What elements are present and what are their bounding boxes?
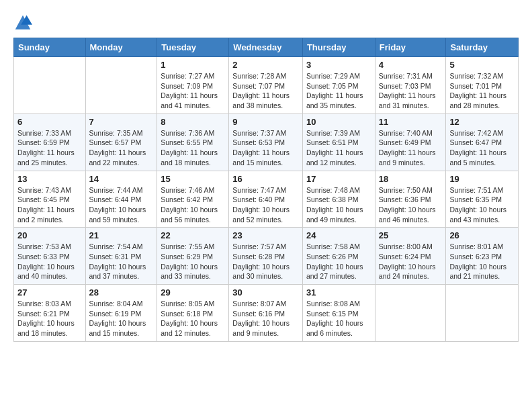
calendar-cell (14, 57, 86, 114)
day-number: 25 (379, 230, 443, 240)
calendar-cell: 20Sunrise: 7:53 AMSunset: 6:33 PMDayligh… (14, 228, 86, 285)
cell-info: Sunrise: 7:58 AMSunset: 6:26 PMDaylight:… (306, 242, 371, 281)
calendar-cell: 12Sunrise: 7:42 AMSunset: 6:47 PMDayligh… (446, 113, 519, 171)
day-number: 21 (89, 230, 154, 240)
cell-info: Sunrise: 7:36 AMSunset: 6:55 PMDaylight:… (161, 128, 225, 168)
day-number: 13 (17, 174, 82, 184)
logo (13, 13, 35, 32)
cell-info: Sunrise: 7:57 AMSunset: 6:28 PMDaylight:… (232, 242, 299, 281)
calendar-cell: 30Sunrise: 8:07 AMSunset: 6:16 PMDayligh… (229, 285, 303, 342)
cell-info: Sunrise: 7:47 AMSunset: 6:40 PMDaylight:… (232, 185, 299, 225)
day-number: 17 (306, 174, 371, 184)
cell-info: Sunrise: 7:46 AMSunset: 6:42 PMDaylight:… (161, 185, 225, 225)
calendar-cell: 13Sunrise: 7:43 AMSunset: 6:45 PMDayligh… (14, 171, 86, 228)
calendar-cell: 22Sunrise: 7:55 AMSunset: 6:29 PMDayligh… (157, 228, 229, 285)
day-number: 22 (161, 230, 225, 240)
calendar-cell: 29Sunrise: 8:05 AMSunset: 6:18 PMDayligh… (157, 285, 229, 342)
calendar-week-row: 27Sunrise: 8:03 AMSunset: 6:21 PMDayligh… (14, 285, 519, 342)
calendar-cell: 11Sunrise: 7:40 AMSunset: 6:49 PMDayligh… (375, 113, 446, 171)
cell-info: Sunrise: 7:37 AMSunset: 6:53 PMDaylight:… (232, 128, 299, 168)
calendar-header-row: SundayMondayTuesdayWednesdayThursdayFrid… (14, 38, 519, 57)
calendar-cell: 8Sunrise: 7:36 AMSunset: 6:55 PMDaylight… (157, 113, 229, 171)
calendar-cell: 14Sunrise: 7:44 AMSunset: 6:44 PMDayligh… (85, 171, 157, 228)
day-number: 27 (17, 287, 82, 298)
day-number: 24 (306, 230, 371, 240)
day-number: 1 (161, 60, 225, 70)
cell-info: Sunrise: 7:50 AMSunset: 6:36 PMDaylight:… (379, 185, 443, 225)
day-number: 10 (306, 117, 371, 127)
calendar-cell: 6Sunrise: 7:33 AMSunset: 6:59 PMDaylight… (14, 113, 86, 171)
calendar-week-row: 6Sunrise: 7:33 AMSunset: 6:59 PMDaylight… (14, 113, 519, 171)
calendar-cell: 28Sunrise: 8:04 AMSunset: 6:19 PMDayligh… (85, 285, 157, 342)
page: SundayMondayTuesdayWednesdayThursdayFrid… (0, 0, 532, 350)
calendar-cell: 27Sunrise: 8:03 AMSunset: 6:21 PMDayligh… (14, 285, 86, 342)
weekday-header-wednesday: Wednesday (229, 38, 303, 57)
day-number: 2 (232, 60, 299, 70)
cell-info: Sunrise: 7:40 AMSunset: 6:49 PMDaylight:… (379, 128, 443, 168)
calendar-week-row: 13Sunrise: 7:43 AMSunset: 6:45 PMDayligh… (14, 171, 519, 228)
calendar-cell: 24Sunrise: 7:58 AMSunset: 6:26 PMDayligh… (302, 228, 375, 285)
weekday-header-monday: Monday (85, 38, 157, 57)
cell-info: Sunrise: 7:48 AMSunset: 6:38 PMDaylight:… (306, 185, 371, 225)
cell-info: Sunrise: 7:32 AMSunset: 7:01 PMDaylight:… (449, 71, 515, 111)
calendar-cell: 26Sunrise: 8:01 AMSunset: 6:23 PMDayligh… (446, 228, 519, 285)
cell-info: Sunrise: 7:44 AMSunset: 6:44 PMDaylight:… (89, 185, 154, 225)
calendar-cell: 7Sunrise: 7:35 AMSunset: 6:57 PMDaylight… (85, 113, 157, 171)
day-number: 23 (232, 230, 299, 240)
day-number: 11 (379, 117, 443, 127)
header (13, 11, 519, 32)
weekday-header-friday: Friday (375, 38, 446, 57)
day-number: 16 (232, 174, 299, 184)
cell-info: Sunrise: 7:28 AMSunset: 7:07 PMDaylight:… (232, 71, 299, 111)
cell-info: Sunrise: 7:55 AMSunset: 6:29 PMDaylight:… (161, 242, 225, 281)
day-number: 30 (232, 287, 299, 298)
weekday-header-saturday: Saturday (446, 38, 519, 57)
calendar-cell (446, 285, 519, 342)
cell-info: Sunrise: 7:43 AMSunset: 6:45 PMDaylight:… (17, 185, 82, 225)
calendar-week-row: 20Sunrise: 7:53 AMSunset: 6:33 PMDayligh… (14, 228, 519, 285)
cell-info: Sunrise: 8:00 AMSunset: 6:24 PMDaylight:… (379, 242, 443, 281)
cell-info: Sunrise: 8:04 AMSunset: 6:19 PMDaylight:… (89, 299, 154, 338)
day-number: 7 (89, 117, 154, 127)
calendar-table: SundayMondayTuesdayWednesdayThursdayFrid… (13, 38, 519, 342)
day-number: 5 (449, 60, 515, 70)
calendar-cell: 21Sunrise: 7:54 AMSunset: 6:31 PMDayligh… (85, 228, 157, 285)
calendar-cell: 3Sunrise: 7:29 AMSunset: 7:05 PMDaylight… (302, 57, 375, 114)
calendar-cell: 25Sunrise: 8:00 AMSunset: 6:24 PMDayligh… (375, 228, 446, 285)
calendar-cell: 15Sunrise: 7:46 AMSunset: 6:42 PMDayligh… (157, 171, 229, 228)
day-number: 6 (17, 117, 82, 127)
logo-icon (13, 13, 32, 32)
calendar-cell (375, 285, 446, 342)
day-number: 28 (89, 287, 154, 298)
day-number: 12 (449, 117, 515, 127)
cell-info: Sunrise: 7:53 AMSunset: 6:33 PMDaylight:… (17, 242, 82, 281)
calendar-cell: 10Sunrise: 7:39 AMSunset: 6:51 PMDayligh… (302, 113, 375, 171)
cell-info: Sunrise: 7:54 AMSunset: 6:31 PMDaylight:… (89, 242, 154, 281)
calendar-cell: 16Sunrise: 7:47 AMSunset: 6:40 PMDayligh… (229, 171, 303, 228)
cell-info: Sunrise: 8:07 AMSunset: 6:16 PMDaylight:… (232, 299, 299, 338)
cell-info: Sunrise: 7:33 AMSunset: 6:59 PMDaylight:… (17, 128, 82, 168)
weekday-header-tuesday: Tuesday (157, 38, 229, 57)
cell-info: Sunrise: 7:51 AMSunset: 6:35 PMDaylight:… (449, 185, 515, 225)
cell-info: Sunrise: 7:31 AMSunset: 7:03 PMDaylight:… (379, 71, 443, 111)
day-number: 19 (449, 174, 515, 184)
calendar-cell (85, 57, 157, 114)
day-number: 26 (449, 230, 515, 240)
cell-info: Sunrise: 7:39 AMSunset: 6:51 PMDaylight:… (306, 128, 371, 168)
cell-info: Sunrise: 7:29 AMSunset: 7:05 PMDaylight:… (306, 71, 371, 111)
calendar-cell: 9Sunrise: 7:37 AMSunset: 6:53 PMDaylight… (229, 113, 303, 171)
calendar-cell: 23Sunrise: 7:57 AMSunset: 6:28 PMDayligh… (229, 228, 303, 285)
cell-info: Sunrise: 8:03 AMSunset: 6:21 PMDaylight:… (17, 299, 82, 338)
day-number: 18 (379, 174, 443, 184)
calendar-cell: 4Sunrise: 7:31 AMSunset: 7:03 PMDaylight… (375, 57, 446, 114)
cell-info: Sunrise: 7:42 AMSunset: 6:47 PMDaylight:… (449, 128, 515, 168)
day-number: 3 (306, 60, 371, 70)
day-number: 9 (232, 117, 299, 127)
calendar-cell: 2Sunrise: 7:28 AMSunset: 7:07 PMDaylight… (229, 57, 303, 114)
day-number: 4 (379, 60, 443, 70)
cell-info: Sunrise: 8:05 AMSunset: 6:18 PMDaylight:… (161, 299, 225, 338)
cell-info: Sunrise: 7:27 AMSunset: 7:09 PMDaylight:… (161, 71, 225, 111)
weekday-header-thursday: Thursday (302, 38, 375, 57)
cell-info: Sunrise: 7:35 AMSunset: 6:57 PMDaylight:… (89, 128, 154, 168)
calendar-cell: 31Sunrise: 8:08 AMSunset: 6:15 PMDayligh… (302, 285, 375, 342)
